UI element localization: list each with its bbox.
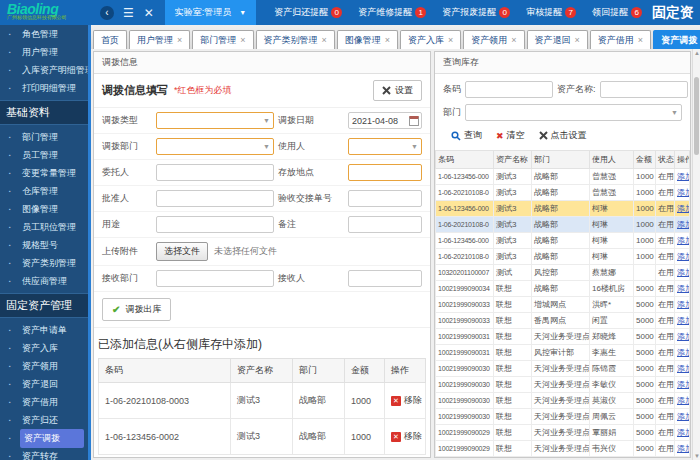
table-row: 1-06-20210108-0测试3战略部柯琳1000在用添加 [436, 217, 690, 233]
sidebar-item[interactable]: ▪打印明细管理 [0, 79, 88, 97]
settings-icon [382, 86, 391, 95]
sidebar-item[interactable]: ▪员工职位管理 [0, 218, 88, 236]
sidebar-item[interactable]: ▪资产借用 [0, 393, 88, 411]
tab-close-icon[interactable]: × [385, 35, 390, 45]
add-link[interactable]: 添加 [677, 236, 690, 245]
tab-item[interactable]: 部门管理× [192, 30, 253, 49]
notification-item[interactable]: 资产报废提醒0 [442, 6, 510, 19]
tab-item[interactable]: 首页 [93, 30, 127, 49]
remove-button[interactable]: ✕移除 [391, 394, 422, 407]
add-link[interactable]: 添加 [677, 220, 690, 229]
tab-close-icon[interactable]: × [448, 35, 453, 45]
sidebar-item[interactable]: ▪员工管理 [0, 146, 88, 164]
sidebar-item[interactable]: ▪资产申请单 [0, 321, 88, 339]
sidebar-item[interactable]: ▪规格型号 [0, 236, 88, 254]
choose-file-button[interactable]: 选择文件 [156, 242, 208, 261]
add-link[interactable]: 添加 [677, 252, 690, 261]
sidebar-item[interactable]: ▪资产转存 [0, 447, 88, 460]
add-link[interactable]: 添加 [677, 428, 690, 437]
sidebar-item[interactable]: ▪仓库管理 [0, 182, 88, 200]
menu-icon[interactable]: ☰ [123, 6, 134, 20]
tab-close-icon[interactable]: × [177, 35, 182, 45]
notification-item[interactable]: 审核提醒7 [526, 6, 576, 19]
tab-item[interactable]: 资产退回× [527, 30, 588, 49]
tab-close-icon[interactable]: × [575, 35, 580, 45]
consignor-input[interactable] [156, 164, 274, 181]
transfer-type-select[interactable] [156, 112, 274, 129]
purpose-input[interactable] [156, 216, 274, 233]
click-settings-button[interactable]: 点击设置 [539, 129, 587, 142]
scrollbar[interactable]: ▲ ▼ [692, 49, 700, 460]
add-link[interactable]: 添加 [677, 396, 690, 405]
add-link[interactable]: 添加 [677, 316, 690, 325]
collapse-icon[interactable]: ‹ [100, 6, 114, 20]
tab-active[interactable]: 资产调拨 [653, 30, 700, 49]
sidebar-item[interactable]: ▪部门管理 [0, 128, 88, 146]
scroll-down-icon[interactable]: ▼ [693, 453, 700, 459]
add-link[interactable]: 添加 [677, 380, 690, 389]
user-menu-button[interactable]: 实验室:管理员 ▼ [165, 0, 256, 25]
notification-item[interactable]: 资产归还提醒0 [274, 6, 342, 19]
sidebar-item[interactable]: ▪资产类别管理 [0, 254, 88, 272]
tab-item[interactable]: 资产领用× [463, 30, 524, 49]
scroll-up-icon[interactable]: ▲ [693, 50, 700, 56]
tab-item[interactable]: 资产类别管理× [256, 30, 335, 49]
sidebar-item[interactable]: ▪角色管理 [0, 25, 88, 43]
tab-item[interactable]: 图像管理× [337, 30, 398, 49]
dept-filter-select[interactable] [465, 104, 682, 121]
add-link[interactable]: 添加 [677, 188, 690, 197]
sidebar-item[interactable]: ▪变更常量管理 [0, 164, 88, 182]
clear-button[interactable]: ✖ 清空 [496, 129, 525, 142]
tab-close-icon[interactable]: × [322, 35, 327, 45]
tab-item[interactable]: 资产入库× [400, 30, 461, 49]
approver-input[interactable] [156, 190, 274, 207]
receive-dept-input[interactable] [156, 270, 274, 287]
add-link[interactable]: 添加 [677, 268, 690, 277]
notification-item[interactable]: 领回提醒6 [592, 6, 642, 19]
add-link[interactable]: 添加 [677, 412, 690, 421]
calendar-icon[interactable] [409, 116, 419, 126]
add-link[interactable]: 添加 [677, 364, 690, 373]
sidebar-item[interactable]: ▪入库资产明细管理 [0, 61, 88, 79]
user-select[interactable] [348, 138, 422, 155]
tab-close-icon[interactable]: × [240, 35, 245, 45]
sidebar-item[interactable]: ▪资产归还 [0, 411, 88, 429]
sidebar-item[interactable]: ▪资产调拨 [0, 429, 88, 447]
sidebar-item[interactable]: ▪图像管理 [0, 200, 88, 218]
receipt-no-input[interactable] [348, 190, 422, 207]
remove-button[interactable]: ✕移除 [391, 430, 422, 443]
add-link[interactable]: 添加 [677, 348, 690, 357]
barcode-filter-input[interactable] [465, 81, 553, 98]
table-cell: 1000 [345, 419, 385, 455]
add-link[interactable]: 添加 [677, 300, 690, 309]
close-icon[interactable]: ✕ [144, 6, 154, 20]
sidebar-item[interactable]: ▪供应商管理 [0, 272, 88, 290]
remark-input[interactable] [348, 216, 422, 233]
asset-name-filter-input[interactable] [600, 81, 688, 98]
tab-close-icon[interactable]: × [638, 35, 643, 45]
storage-location-input[interactable] [348, 164, 422, 181]
notification-item[interactable]: 资产维修提醒1 [358, 6, 426, 19]
transfer-submit-button[interactable]: ✔ 调拨出库 [102, 298, 171, 321]
add-link[interactable]: 添加 [677, 204, 690, 213]
tab-item[interactable]: 用户管理× [129, 30, 190, 49]
tab-close-icon[interactable]: × [511, 35, 516, 45]
add-link[interactable]: 添加 [677, 172, 690, 181]
search-button[interactable]: 查询 [451, 129, 482, 142]
add-link[interactable]: 添加 [677, 332, 690, 341]
add-link[interactable]: 添加 [677, 444, 690, 453]
settings-button[interactable]: 设置 [373, 80, 422, 101]
add-link[interactable]: 添加 [677, 284, 690, 293]
form-row: 用途备注 [94, 212, 430, 238]
sidebar-item[interactable]: ▪资产入库 [0, 339, 88, 357]
table-cell: 16楼机房 [590, 281, 634, 297]
tab-item[interactable]: 资产借用× [590, 30, 651, 49]
receiver-input[interactable] [348, 270, 422, 287]
sidebar-item[interactable]: ▪资产领用 [0, 357, 88, 375]
action-cell: 添加 [675, 361, 690, 377]
system-title: 固定资 [652, 4, 694, 22]
scrollbar-thumb[interactable] [694, 77, 699, 155]
sidebar-item[interactable]: ▪资产退回 [0, 375, 88, 393]
sidebar-item[interactable]: ▪用户管理 [0, 43, 88, 61]
transfer-dept-select[interactable] [156, 138, 274, 155]
